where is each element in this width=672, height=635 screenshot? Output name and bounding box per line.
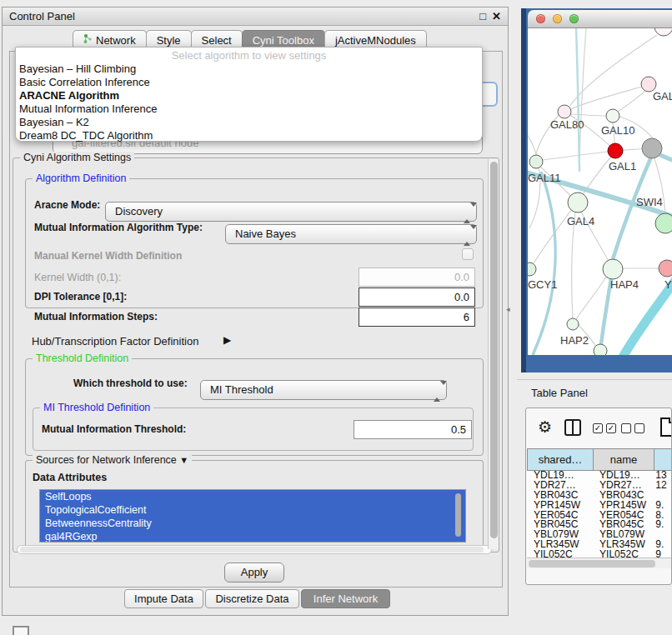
scrollbar-thumb[interactable] — [529, 560, 655, 568]
table-cell: YDL19… — [527, 471, 593, 481]
table-row[interactable]: YLR345WYLR345W9. — [527, 540, 672, 550]
dropdown-item-bayesian-hill-climbing[interactable]: Bayesian – Hill Climbing — [16, 62, 482, 76]
algorithm-dropdown[interactable]: Select algorithm to view settings Bayesi… — [15, 47, 483, 142]
column-header-cut[interactable] — [654, 448, 672, 471]
dpi-tolerance-field[interactable] — [359, 288, 475, 307]
sources-group: Sources for Network Inference ▼ Data Att… — [25, 460, 484, 547]
attribute-item[interactable]: gal4RGexp — [40, 530, 465, 542]
stepper-down-arrow — [470, 202, 477, 219]
column-header-name[interactable]: name — [593, 448, 654, 471]
hub-definition-label: Hub/Transcription Factor Definition — [32, 335, 198, 348]
network-node-gcy1[interactable] — [528, 262, 536, 276]
data-attributes-label: Data Attributes — [33, 472, 107, 483]
float-panel-icon[interactable]: □ — [479, 10, 486, 22]
close-panel-icon[interactable]: ✕ — [492, 10, 501, 22]
attribute-item[interactable]: BetweennessCentrality — [40, 517, 465, 530]
network-node-swi4[interactable] — [655, 213, 672, 233]
table-cell: 12 — [654, 481, 672, 491]
bottom-tab-discretize-data[interactable]: Discretize Data — [205, 589, 299, 608]
dropdown-item-basic-correlation-inference[interactable]: Basic Correlation Inference — [16, 76, 482, 89]
table-cell: YLR345W — [527, 540, 593, 550]
attribute-item[interactable]: TopologicalCoefficient — [40, 503, 465, 517]
table-row[interactable]: YDR27…YDR27…12 — [527, 481, 672, 491]
network-node-unlabeled[interactable] — [642, 138, 662, 158]
table-row[interactable]: YPR145WYPR145W9. — [527, 501, 672, 511]
dropdown-item-mutual-information-inference[interactable]: Mutual Information Inference — [16, 102, 482, 116]
network-node-gal1[interactable] — [608, 143, 623, 158]
expand-arrow-icon[interactable]: ▶ — [223, 334, 231, 346]
stepper-down-arrow — [470, 225, 477, 242]
mi-type-combo[interactable]: Naive Bayes — [225, 224, 477, 244]
checkbox-checked-icon: ✓ — [593, 423, 603, 433]
network-node-hap4[interactable] — [603, 259, 623, 279]
attribute-item[interactable]: SelfLoops — [40, 490, 465, 503]
table-cell: 9. — [654, 520, 672, 530]
which-threshold-combo[interactable]: MI Threshold — [200, 380, 447, 400]
zoom-button[interactable] — [569, 14, 579, 23]
settings-vertical-scrollbar[interactable] — [488, 159, 499, 549]
table-row[interactable]: YBR045CYBR045C9. — [527, 520, 672, 530]
panel-splitter-handle[interactable]: ◂ — [506, 305, 510, 313]
split-panel-icon[interactable] — [564, 419, 581, 436]
which-threshold-value: MI Threshold — [210, 381, 273, 399]
file-icon[interactable] — [660, 418, 672, 437]
dropdown-item-bayesian-k2[interactable]: Bayesian – K2 — [16, 116, 482, 129]
collapse-arrow-icon[interactable]: ▼ — [179, 455, 188, 465]
mi-threshold-group-title: MI Threshold Definition — [40, 402, 153, 413]
table-row[interactable]: YBR043CYBR043C — [527, 491, 672, 501]
file-icon-fold — [669, 418, 672, 423]
network-window-titlebar[interactable] — [528, 10, 672, 28]
table-row[interactable]: YIL052CYIL052C9 — [527, 550, 672, 558]
scrollbar-thumb[interactable] — [490, 162, 498, 538]
network-canvas[interactable]: GALGAL80GAL10GAL1GAL11GAL4SWI4GCY1HAP4YH… — [528, 28, 672, 355]
network-node-gal80[interactable] — [558, 105, 571, 118]
aracne-mode-combo[interactable]: Discovery — [105, 202, 477, 222]
deselect-all-columns-icon[interactable] — [621, 423, 644, 433]
control-panel-title: Control Panel — [9, 8, 75, 26]
network-edge — [576, 276, 607, 319]
scrollbar-thumb[interactable] — [455, 493, 461, 537]
table-horizontal-scrollbar[interactable] — [527, 558, 672, 568]
network-node-gal10[interactable] — [606, 109, 619, 122]
table-cell: YIL052C — [527, 550, 593, 558]
stepper-up-arrow — [464, 207, 470, 223]
minimized-panel-icon[interactable] — [13, 626, 29, 635]
table-cell: YDR27… — [593, 481, 654, 491]
table-cell: YER054C — [593, 511, 654, 521]
table-row[interactable]: YBL079WYBL079W — [527, 530, 672, 540]
node-label: GAL4 — [567, 215, 594, 228]
mi-threshold-field[interactable] — [354, 420, 472, 439]
network-node-hap2[interactable] — [567, 318, 579, 330]
network-graph: GALGAL80GAL10GAL1GAL11GAL4SWI4GCY1HAP4YH… — [528, 28, 672, 355]
table-row[interactable]: YER054CYER054C8. — [527, 511, 672, 521]
manual-kernel-checkbox[interactable] — [462, 248, 474, 260]
table-cell: YBR045C — [593, 520, 654, 530]
apply-button[interactable]: Apply — [224, 562, 284, 582]
minimize-button[interactable] — [553, 14, 562, 23]
scrollbar-thumb[interactable] — [20, 547, 484, 552]
table-cell: YBR043C — [593, 491, 654, 501]
network-window: GALGAL80GAL10GAL1GAL11GAL4SWI4GCY1HAP4YH… — [528, 10, 672, 355]
table-cell: YER054C — [527, 511, 593, 521]
network-node-unlabeled[interactable] — [654, 28, 672, 36]
dropdown-item-dream8-dc-tdc-algorithm[interactable]: Dream8 DC_TDC Algorithm — [16, 129, 482, 142]
network-node-unlabeled[interactable] — [594, 344, 607, 355]
column-header-shared[interactable]: shared… — [527, 448, 594, 471]
network-node-y[interactable] — [659, 260, 672, 277]
mi-threshold-label: Mutual Information Threshold: — [42, 423, 186, 435]
network-node-gal4[interactable] — [568, 192, 588, 212]
algorithm-definition-title: Algorithm Definition — [33, 172, 129, 184]
kernel-width-field[interactable] — [359, 268, 475, 287]
network-node-gal11[interactable] — [529, 155, 543, 168]
network-edge — [576, 28, 579, 172]
dropdown-item-aracne-algorithm[interactable]: ARACNE Algorithm — [16, 89, 482, 102]
gear-icon[interactable]: ⚙ — [538, 419, 552, 436]
table-row[interactable]: YDL19…YDL19…13 — [527, 471, 672, 481]
select-all-columns-icon[interactable]: ✓ ✓ — [593, 423, 616, 433]
mi-steps-field[interactable] — [359, 308, 475, 327]
horizontal-scrollbar[interactable] — [17, 545, 492, 554]
bottom-tab-infer-network[interactable]: Infer Network — [301, 589, 390, 608]
bottom-tab-impute-data[interactable]: Impute Data — [124, 589, 203, 608]
network-edge — [618, 91, 645, 112]
close-button[interactable] — [536, 14, 545, 23]
